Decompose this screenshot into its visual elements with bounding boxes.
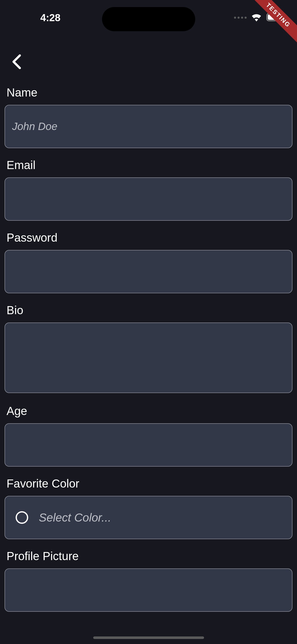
age-group: Age	[5, 404, 292, 467]
nav-bar	[0, 28, 297, 78]
dynamic-island	[102, 7, 195, 31]
color-circle-icon	[16, 511, 28, 524]
profile-picture-label: Profile Picture	[5, 549, 292, 563]
profile-picture-input[interactable]	[5, 568, 292, 612]
password-input[interactable]	[5, 250, 292, 293]
age-label: Age	[5, 404, 292, 418]
color-picker[interactable]: Select Color...	[5, 496, 292, 539]
bio-group: Bio	[5, 303, 292, 394]
home-indicator	[93, 636, 204, 639]
color-picker-placeholder: Select Color...	[39, 511, 111, 524]
password-group: Password	[5, 231, 292, 293]
age-input[interactable]	[5, 423, 292, 467]
signal-dots-icon	[234, 17, 247, 19]
profile-picture-group: Profile Picture	[5, 549, 292, 612]
name-group: Name	[5, 86, 292, 148]
bio-input[interactable]	[5, 323, 292, 393]
email-input[interactable]	[5, 177, 292, 221]
name-input[interactable]	[5, 105, 292, 148]
wifi-icon	[251, 13, 262, 23]
chevron-left-icon	[11, 54, 21, 69]
status-time: 4:28	[13, 12, 60, 23]
password-label: Password	[5, 231, 292, 244]
bio-label: Bio	[5, 303, 292, 317]
favorite-color-label: Favorite Color	[5, 477, 292, 490]
form: Name Email Password Bio Age Favorite Col…	[0, 78, 297, 612]
email-group: Email	[5, 158, 292, 221]
favorite-color-group: Favorite Color Select Color...	[5, 477, 292, 539]
email-label: Email	[5, 158, 292, 172]
name-label: Name	[5, 86, 292, 99]
back-button[interactable]	[8, 53, 25, 71]
